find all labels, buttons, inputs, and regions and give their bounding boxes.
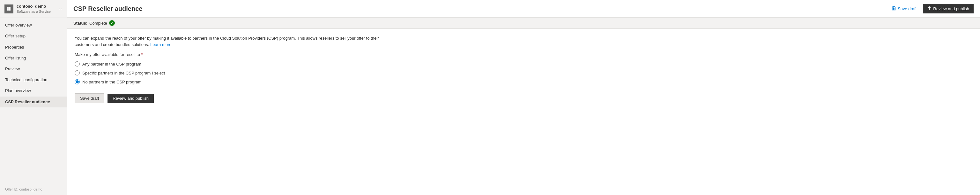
- sidebar-item-technical-configuration[interactable]: Technical configuration: [0, 75, 67, 85]
- status-label: Status:: [73, 21, 88, 26]
- company-info: contoso_demo Software as a Service: [17, 4, 51, 14]
- publish-icon-top: [928, 6, 932, 11]
- radio-no-partners[interactable]: No partners in the CSP program: [75, 79, 972, 85]
- sidebar-item-offer-overview[interactable]: Offer overview: [0, 20, 67, 31]
- save-icon: [892, 6, 896, 11]
- review-publish-top-button[interactable]: Review and publish: [923, 4, 974, 13]
- learn-more-link[interactable]: Learn more: [150, 42, 171, 47]
- description-text: You can expand the reach of your offer b…: [75, 35, 394, 48]
- radio-specific-partners-label: Specific partners in the CSP program I s…: [82, 70, 165, 75]
- company-subtitle: Software as a Service: [17, 9, 51, 14]
- sidebar-item-plan-overview[interactable]: Plan overview: [0, 85, 67, 96]
- sidebar: contoso_demo Software as a Service ⋯ Off…: [0, 0, 67, 195]
- section-label: Make my offer available for resell to *: [75, 52, 972, 57]
- review-publish-button[interactable]: Review and publish: [108, 94, 154, 103]
- radio-any-partner-label: Any partner in the CSP program: [82, 62, 141, 67]
- sidebar-item-offer-setup[interactable]: Offer setup: [0, 31, 67, 42]
- save-draft-button[interactable]: Save draft: [75, 93, 104, 103]
- radio-no-partners-label: No partners in the CSP program: [82, 80, 141, 85]
- content-area: You can expand the reach of your offer b…: [67, 29, 980, 195]
- radio-any-partner-input[interactable]: [75, 61, 80, 67]
- review-publish-top-label: Review and publish: [933, 6, 969, 11]
- status-bar: Status: Complete ✓: [67, 18, 980, 29]
- radio-any-partner[interactable]: Any partner in the CSP program: [75, 61, 972, 67]
- offer-id: Offer ID: contoso_demo: [0, 185, 67, 195]
- radio-specific-partners[interactable]: Specific partners in the CSP program I s…: [75, 70, 972, 75]
- sidebar-item-properties[interactable]: Properties: [0, 42, 67, 53]
- company-logo: [5, 5, 13, 13]
- required-indicator: *: [141, 52, 143, 57]
- sidebar-header: contoso_demo Software as a Service ⋯: [0, 0, 67, 18]
- section-label-text: Make my offer available for resell to: [75, 52, 140, 57]
- radio-specific-partners-input[interactable]: [75, 70, 80, 75]
- radio-no-partners-input[interactable]: [75, 79, 80, 85]
- sidebar-item-csp-reseller-audience[interactable]: CSP Reseller audience: [0, 96, 67, 107]
- status-value: Complete: [89, 21, 107, 26]
- page-title: CSP Reseller audience: [73, 5, 142, 13]
- company-name: contoso_demo: [17, 4, 51, 9]
- sidebar-nav: Offer overview Offer setup Properties Of…: [0, 18, 67, 185]
- main-content: CSP Reseller audience Save draft Review …: [67, 0, 980, 195]
- sidebar-item-preview[interactable]: Preview: [0, 64, 67, 75]
- status-complete-icon: ✓: [109, 20, 115, 26]
- sidebar-expand-icon[interactable]: ⋯: [57, 6, 62, 12]
- topbar: CSP Reseller audience Save draft Review …: [67, 0, 980, 18]
- description-body: You can expand the reach of your offer b…: [75, 36, 379, 47]
- save-draft-top-label: Save draft: [898, 6, 916, 11]
- save-draft-top-button[interactable]: Save draft: [889, 5, 919, 13]
- topbar-actions: Save draft Review and publish: [889, 4, 974, 13]
- radio-group: Any partner in the CSP program Specific …: [75, 61, 972, 85]
- action-buttons: Save draft Review and publish: [75, 93, 972, 103]
- sidebar-item-offer-listing[interactable]: Offer listing: [0, 53, 67, 64]
